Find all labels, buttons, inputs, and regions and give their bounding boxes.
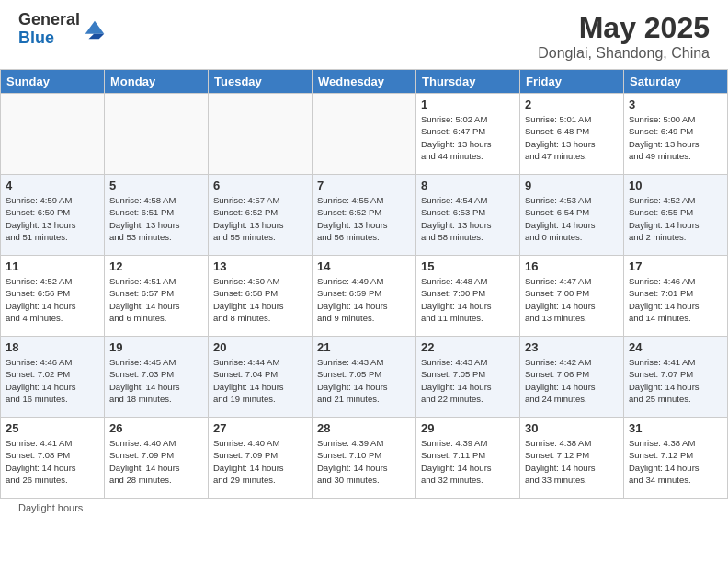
- day-info: Sunrise: 4:55 AM Sunset: 6:52 PM Dayligh…: [317, 194, 411, 243]
- title-area: May 2025 Donglai, Shandong, China: [538, 11, 710, 62]
- calendar-week-4: 18Sunrise: 4:46 AM Sunset: 7:02 PM Dayli…: [1, 337, 728, 418]
- calendar-day-8: 8Sunrise: 4:54 AM Sunset: 6:53 PM Daylig…: [416, 175, 520, 256]
- day-number: 15: [421, 259, 515, 273]
- calendar-header-tuesday: Tuesday: [209, 70, 313, 94]
- day-info: Sunrise: 4:41 AM Sunset: 7:07 PM Dayligh…: [629, 356, 722, 405]
- day-number: 25: [6, 421, 99, 435]
- calendar-day-28: 28Sunrise: 4:39 AM Sunset: 7:10 PM Dayli…: [313, 418, 416, 499]
- day-info: Sunrise: 5:00 AM Sunset: 6:49 PM Dayligh…: [629, 113, 722, 162]
- header: General Blue May 2025 Donglai, Shandong,…: [0, 0, 728, 69]
- calendar-week-2: 4Sunrise: 4:59 AM Sunset: 6:50 PM Daylig…: [1, 175, 728, 256]
- calendar-day-empty: [1, 94, 105, 175]
- day-info: Sunrise: 5:02 AM Sunset: 6:47 PM Dayligh…: [421, 113, 515, 162]
- calendar-day-11: 11Sunrise: 4:52 AM Sunset: 6:56 PM Dayli…: [1, 256, 105, 337]
- day-info: Sunrise: 4:50 AM Sunset: 6:58 PM Dayligh…: [213, 275, 307, 324]
- day-number: 29: [421, 421, 515, 435]
- calendar-day-18: 18Sunrise: 4:46 AM Sunset: 7:02 PM Dayli…: [1, 337, 105, 418]
- calendar-week-5: 25Sunrise: 4:41 AM Sunset: 7:08 PM Dayli…: [1, 418, 728, 499]
- day-info: Sunrise: 4:52 AM Sunset: 6:55 PM Dayligh…: [629, 194, 722, 243]
- day-info: Sunrise: 4:46 AM Sunset: 7:02 PM Dayligh…: [6, 356, 99, 405]
- day-number: 23: [525, 340, 619, 354]
- calendar: SundayMondayTuesdayWednesdayThursdayFrid…: [0, 69, 728, 499]
- day-number: 24: [629, 340, 722, 354]
- day-number: 3: [629, 98, 722, 111]
- day-info: Sunrise: 4:39 AM Sunset: 7:10 PM Dayligh…: [317, 437, 411, 486]
- calendar-day-3: 3Sunrise: 5:00 AM Sunset: 6:49 PM Daylig…: [624, 94, 728, 175]
- calendar-day-27: 27Sunrise: 4:40 AM Sunset: 7:09 PM Dayli…: [209, 418, 313, 499]
- day-info: Sunrise: 4:49 AM Sunset: 6:59 PM Dayligh…: [317, 275, 411, 324]
- calendar-header-thursday: Thursday: [416, 70, 520, 94]
- logo: General Blue: [18, 11, 108, 48]
- day-info: Sunrise: 4:48 AM Sunset: 7:00 PM Dayligh…: [421, 275, 515, 324]
- day-info: Sunrise: 4:51 AM Sunset: 6:57 PM Dayligh…: [109, 275, 203, 324]
- day-number: 27: [213, 421, 307, 435]
- day-info: Sunrise: 4:43 AM Sunset: 7:05 PM Dayligh…: [421, 356, 515, 405]
- calendar-header-row: SundayMondayTuesdayWednesdayThursdayFrid…: [1, 70, 728, 94]
- day-info: Sunrise: 4:52 AM Sunset: 6:56 PM Dayligh…: [6, 275, 99, 324]
- day-info: Sunrise: 4:38 AM Sunset: 7:12 PM Dayligh…: [525, 437, 619, 486]
- calendar-header-wednesday: Wednesday: [313, 70, 416, 94]
- calendar-week-3: 11Sunrise: 4:52 AM Sunset: 6:56 PM Dayli…: [1, 256, 728, 337]
- calendar-day-21: 21Sunrise: 4:43 AM Sunset: 7:05 PM Dayli…: [313, 337, 416, 418]
- calendar-header-saturday: Saturday: [624, 70, 728, 94]
- calendar-day-25: 25Sunrise: 4:41 AM Sunset: 7:08 PM Dayli…: [1, 418, 105, 499]
- calendar-header-friday: Friday: [520, 70, 624, 94]
- calendar-day-1: 1Sunrise: 5:02 AM Sunset: 6:47 PM Daylig…: [416, 94, 520, 175]
- calendar-day-12: 12Sunrise: 4:51 AM Sunset: 6:57 PM Dayli…: [105, 256, 209, 337]
- day-number: 13: [213, 259, 307, 273]
- calendar-day-31: 31Sunrise: 4:38 AM Sunset: 7:12 PM Dayli…: [624, 418, 728, 499]
- day-info: Sunrise: 4:41 AM Sunset: 7:08 PM Dayligh…: [6, 437, 99, 486]
- day-number: 21: [317, 340, 411, 354]
- day-number: 11: [6, 259, 99, 273]
- calendar-week-1: 1Sunrise: 5:02 AM Sunset: 6:47 PM Daylig…: [1, 94, 728, 175]
- svg-marker-0: [85, 20, 105, 33]
- calendar-day-7: 7Sunrise: 4:55 AM Sunset: 6:52 PM Daylig…: [313, 175, 416, 256]
- day-number: 22: [421, 340, 515, 354]
- day-number: 10: [629, 178, 722, 192]
- logo-blue: Blue: [18, 29, 54, 47]
- calendar-day-19: 19Sunrise: 4:45 AM Sunset: 7:03 PM Dayli…: [105, 337, 209, 418]
- calendar-day-5: 5Sunrise: 4:58 AM Sunset: 6:51 PM Daylig…: [105, 175, 209, 256]
- day-number: 28: [317, 421, 411, 435]
- day-info: Sunrise: 4:42 AM Sunset: 7:06 PM Dayligh…: [525, 356, 619, 405]
- calendar-day-30: 30Sunrise: 4:38 AM Sunset: 7:12 PM Dayli…: [520, 418, 624, 499]
- calendar-header-sunday: Sunday: [1, 70, 105, 94]
- footer: Daylight hours: [0, 499, 728, 517]
- day-number: 12: [109, 259, 203, 273]
- calendar-day-4: 4Sunrise: 4:59 AM Sunset: 6:50 PM Daylig…: [1, 175, 105, 256]
- day-number: 31: [629, 421, 722, 435]
- calendar-day-6: 6Sunrise: 4:57 AM Sunset: 6:52 PM Daylig…: [209, 175, 313, 256]
- calendar-day-26: 26Sunrise: 4:40 AM Sunset: 7:09 PM Dayli…: [105, 418, 209, 499]
- day-info: Sunrise: 5:01 AM Sunset: 6:48 PM Dayligh…: [525, 113, 619, 162]
- calendar-day-13: 13Sunrise: 4:50 AM Sunset: 6:58 PM Dayli…: [209, 256, 313, 337]
- day-info: Sunrise: 4:40 AM Sunset: 7:09 PM Dayligh…: [213, 437, 307, 486]
- location: Donglai, Shandong, China: [538, 45, 710, 62]
- day-number: 7: [317, 178, 411, 192]
- day-info: Sunrise: 4:40 AM Sunset: 7:09 PM Dayligh…: [109, 437, 203, 486]
- calendar-day-14: 14Sunrise: 4:49 AM Sunset: 6:59 PM Dayli…: [313, 256, 416, 337]
- calendar-header-monday: Monday: [105, 70, 209, 94]
- day-info: Sunrise: 4:39 AM Sunset: 7:11 PM Dayligh…: [421, 437, 515, 486]
- day-number: 2: [525, 98, 619, 111]
- day-number: 6: [213, 178, 307, 192]
- calendar-day-29: 29Sunrise: 4:39 AM Sunset: 7:11 PM Dayli…: [416, 418, 520, 499]
- day-info: Sunrise: 4:47 AM Sunset: 7:00 PM Dayligh…: [525, 275, 619, 324]
- day-info: Sunrise: 4:57 AM Sunset: 6:52 PM Dayligh…: [213, 194, 307, 243]
- calendar-day-16: 16Sunrise: 4:47 AM Sunset: 7:00 PM Dayli…: [520, 256, 624, 337]
- calendar-day-20: 20Sunrise: 4:44 AM Sunset: 7:04 PM Dayli…: [209, 337, 313, 418]
- day-number: 4: [6, 178, 99, 192]
- calendar-day-2: 2Sunrise: 5:01 AM Sunset: 6:48 PM Daylig…: [520, 94, 624, 175]
- day-number: 9: [525, 178, 619, 192]
- day-info: Sunrise: 4:58 AM Sunset: 6:51 PM Dayligh…: [109, 194, 203, 243]
- day-number: 19: [109, 340, 203, 354]
- day-number: 26: [109, 421, 203, 435]
- day-info: Sunrise: 4:38 AM Sunset: 7:12 PM Dayligh…: [629, 437, 722, 486]
- calendar-day-17: 17Sunrise: 4:46 AM Sunset: 7:01 PM Dayli…: [624, 256, 728, 337]
- day-number: 14: [317, 259, 411, 273]
- calendar-day-empty: [105, 94, 209, 175]
- day-info: Sunrise: 4:45 AM Sunset: 7:03 PM Dayligh…: [109, 356, 203, 405]
- logo-general: General: [18, 10, 80, 29]
- calendar-day-24: 24Sunrise: 4:41 AM Sunset: 7:07 PM Dayli…: [624, 337, 728, 418]
- logo-icon: [82, 17, 108, 42]
- day-info: Sunrise: 4:59 AM Sunset: 6:50 PM Dayligh…: [6, 194, 99, 243]
